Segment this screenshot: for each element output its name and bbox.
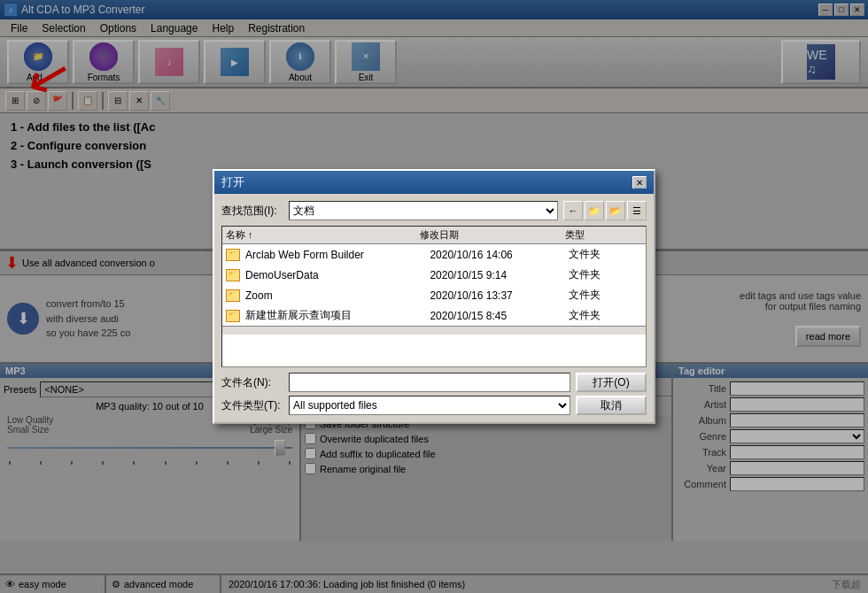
filename-label: 文件名(N):: [221, 375, 283, 390]
nav-buttons: ← 📁 📂 ☰: [563, 201, 647, 220]
horizontal-scrollbar[interactable]: [222, 326, 646, 335]
file-date-1: 2020/10/15 9:14: [430, 269, 568, 281]
filetype-row: 文件类型(T): All supported files 取消: [221, 396, 647, 415]
file-type-1: 文件夹: [569, 267, 642, 282]
col-name-header: 名称 ↑: [226, 228, 420, 242]
file-date-0: 2020/10/16 14:06: [430, 249, 568, 261]
location-label: 查找范围(I):: [221, 204, 283, 219]
filename-input[interactable]: [289, 373, 570, 392]
nav-new-folder-btn[interactable]: 📂: [606, 201, 625, 220]
cancel-button[interactable]: 取消: [576, 396, 647, 415]
modal-title-bar: 打开 ✕: [214, 171, 654, 194]
location-select[interactable]: 文档: [289, 201, 558, 220]
open-file-dialog: 打开 ✕ 查找范围(I): 文档 ← 📁 📂 ☰ 名称: [213, 169, 655, 424]
file-name-1: DemoUserData: [245, 269, 430, 281]
file-type-3: 文件夹: [569, 308, 642, 323]
nav-up-btn[interactable]: 📁: [585, 201, 604, 220]
col-type-header: 类型: [565, 228, 642, 242]
nav-view-btn[interactable]: ☰: [627, 201, 647, 220]
file-list: 名称 ↑ 修改日期 类型 📁 Arclab Web Form Builder 2…: [221, 226, 647, 367]
filename-row: 文件名(N): 打开(O): [221, 373, 647, 392]
location-row: 查找范围(I): 文档 ← 📁 📂 ☰: [221, 201, 647, 220]
file-row-2[interactable]: 📁 Zoom 2020/10/16 13:37 文件夹: [222, 285, 646, 305]
file-name-3: 新建世新展示查询项目: [245, 308, 430, 323]
modal-action-buttons: 打开(O): [576, 373, 647, 392]
nav-back-btn[interactable]: ←: [563, 201, 583, 220]
file-row-1[interactable]: 📁 DemoUserData 2020/10/15 9:14 文件夹: [222, 265, 646, 285]
folder-icon-3: 📁: [226, 310, 240, 322]
modal-body: 查找范围(I): 文档 ← 📁 📂 ☰ 名称 ↑ 修改日期 类型: [214, 194, 654, 422]
filetype-select[interactable]: All supported files: [289, 396, 570, 415]
file-name-2: Zoom: [245, 289, 430, 302]
file-name-0: Arclab Web Form Builder: [245, 249, 430, 261]
folder-icon-2: 📁: [226, 289, 240, 302]
file-type-0: 文件夹: [569, 247, 642, 262]
cancel-button-container: 取消: [576, 396, 647, 415]
modal-close-button[interactable]: ✕: [632, 176, 647, 189]
modal-overlay: 打开 ✕ 查找范围(I): 文档 ← 📁 📂 ☰ 名称: [0, 0, 868, 593]
open-button[interactable]: 打开(O): [576, 373, 647, 392]
folder-icon-0: 📁: [226, 249, 240, 261]
filetype-label: 文件类型(T):: [221, 398, 283, 413]
file-date-3: 2020/10/15 8:45: [430, 310, 568, 322]
file-date-2: 2020/10/16 13:37: [430, 289, 568, 302]
modal-title-text: 打开: [221, 174, 244, 190]
file-row-3[interactable]: 📁 新建世新展示查询项目 2020/10/15 8:45 文件夹: [222, 305, 646, 326]
column-headers: 名称 ↑ 修改日期 类型: [222, 227, 646, 244]
file-type-2: 文件夹: [569, 288, 642, 303]
file-row-0[interactable]: 📁 Arclab Web Form Builder 2020/10/16 14:…: [222, 244, 646, 265]
folder-icon-1: 📁: [226, 269, 240, 281]
col-date-header: 修改日期: [420, 228, 565, 242]
